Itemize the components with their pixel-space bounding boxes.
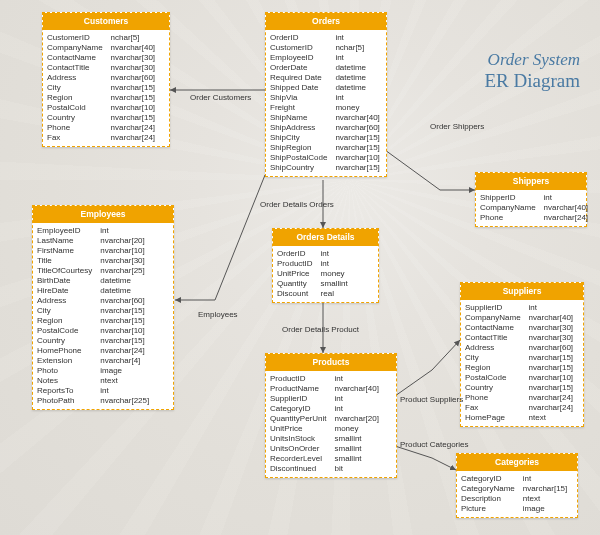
field-type: int bbox=[335, 53, 379, 63]
field-name: UnitPrice bbox=[277, 269, 313, 279]
field-type: nvarchar[24] bbox=[529, 393, 573, 403]
field-type: nvarchar[40] bbox=[335, 113, 379, 123]
field-type: ntext bbox=[529, 413, 573, 423]
entity-suppliers[interactable]: Suppliers SupplierIDCompanyNameContactNa… bbox=[460, 282, 584, 427]
field-type: nvarchar[10] bbox=[335, 153, 379, 163]
field-type: nvarchar[24] bbox=[529, 403, 573, 413]
field-type: nvarchar[40] bbox=[544, 203, 588, 213]
field-type: int bbox=[100, 386, 149, 396]
entity-customers[interactable]: Customers CustomerIDCompanyNameContactNa… bbox=[42, 12, 170, 147]
field-type: nvarchar[30] bbox=[529, 323, 573, 333]
field-type: nvarchar[10] bbox=[529, 373, 573, 383]
field-type: nvarchar[15] bbox=[529, 383, 573, 393]
field-type: nvarchar[15] bbox=[111, 83, 155, 93]
field-name: HomePage bbox=[465, 413, 521, 423]
field-name: CompanyName bbox=[47, 43, 103, 53]
rel-order-details-orders: Order Details Orders bbox=[260, 200, 334, 209]
field-name: CompanyName bbox=[480, 203, 536, 213]
field-name: SupplierID bbox=[465, 303, 521, 313]
field-type: ntext bbox=[100, 376, 149, 386]
field-type: int bbox=[321, 249, 348, 259]
field-name: ContactTitle bbox=[465, 333, 521, 343]
field-name: ShipCity bbox=[270, 133, 327, 143]
field-type: nvarchar[15] bbox=[335, 133, 379, 143]
field-type: smallint bbox=[334, 434, 378, 444]
field-name: ReportsTo bbox=[37, 386, 92, 396]
entity-header: Customers bbox=[43, 13, 169, 30]
entity-header: Orders Details bbox=[273, 229, 378, 246]
field-name: Address bbox=[465, 343, 521, 353]
er-diagram-canvas: Order System ER Diagram Customers Custom… bbox=[0, 0, 600, 535]
entity-header: Employees bbox=[33, 206, 173, 223]
field-name: Photo bbox=[37, 366, 92, 376]
diagram-title: Order System ER Diagram bbox=[484, 50, 580, 91]
entity-body: CustomerIDCompanyNameContactNameContactT… bbox=[43, 30, 169, 146]
field-type: nvarchar[15] bbox=[100, 336, 149, 346]
field-name: CategoryID bbox=[270, 404, 326, 414]
field-type: nvarchar[24] bbox=[111, 133, 155, 143]
field-type: datetime bbox=[100, 286, 149, 296]
field-type: nvarchar[60] bbox=[100, 296, 149, 306]
field-name: PostalCold bbox=[47, 103, 103, 113]
field-name: CustomerID bbox=[270, 43, 327, 53]
field-name: Region bbox=[465, 363, 521, 373]
field-type: nvarchar[15] bbox=[335, 143, 379, 153]
title-line2: ER Diagram bbox=[484, 70, 580, 92]
field-type: nvarchar[40] bbox=[111, 43, 155, 53]
entity-shippers[interactable]: Shippers ShipperIDCompanyNamePhoneintnva… bbox=[475, 172, 587, 227]
entity-header: Suppliers bbox=[461, 283, 583, 300]
entity-categories[interactable]: Categories CategoryIDCategoryNameDescrip… bbox=[456, 453, 578, 518]
field-type: datetime bbox=[335, 83, 379, 93]
field-name: ShipAddress bbox=[270, 123, 327, 133]
field-type: real bbox=[321, 289, 348, 299]
field-name: ProductID bbox=[270, 374, 326, 384]
field-name: LastName bbox=[37, 236, 92, 246]
entity-header: Products bbox=[266, 354, 396, 371]
field-type: nvarchar[15] bbox=[529, 363, 573, 373]
field-type: nvarchar[15] bbox=[523, 484, 567, 494]
entity-header: Shippers bbox=[476, 173, 586, 190]
field-name: City bbox=[47, 83, 103, 93]
field-type: int bbox=[335, 33, 379, 43]
entity-body: EmployeeIDLastNameFirstNameTitleTitleOfC… bbox=[33, 223, 173, 409]
entity-body: CategoryIDCategoryNameDescriptionPicture… bbox=[457, 471, 577, 517]
field-name: Notes bbox=[37, 376, 92, 386]
field-name: EmployeeID bbox=[37, 226, 92, 236]
field-name: OrderID bbox=[270, 33, 327, 43]
field-type: money bbox=[335, 103, 379, 113]
field-type: nchar[5] bbox=[111, 33, 155, 43]
field-name: ShipperID bbox=[480, 193, 536, 203]
title-line1: Order System bbox=[484, 50, 580, 70]
field-name: Required Date bbox=[270, 73, 327, 83]
field-name: Fax bbox=[465, 403, 521, 413]
field-type: nvarchar[20] bbox=[334, 414, 378, 424]
field-name: Quantity bbox=[277, 279, 313, 289]
rel-order-customers: Order Customers bbox=[190, 93, 251, 102]
rel-order-details-product: Order Details Product bbox=[282, 325, 359, 334]
field-name: CategoryName bbox=[461, 484, 515, 494]
field-name: ShipRegion bbox=[270, 143, 327, 153]
field-type: int bbox=[529, 303, 573, 313]
entity-products[interactable]: Products ProductIDProductNameSupplierIDC… bbox=[265, 353, 397, 478]
field-name: ContactName bbox=[47, 53, 103, 63]
field-name: CustomerID bbox=[47, 33, 103, 43]
field-name: ShipPostalCode bbox=[270, 153, 327, 163]
field-type: smallint bbox=[334, 444, 378, 454]
entity-orders[interactable]: Orders OrderIDCustomerIDEmployeeIDOrderD… bbox=[265, 12, 387, 177]
field-name: Country bbox=[37, 336, 92, 346]
entity-header: Orders bbox=[266, 13, 386, 30]
field-name: Region bbox=[47, 93, 103, 103]
field-name: Phone bbox=[480, 213, 536, 223]
entity-orders-details[interactable]: Orders Details OrderIDProductIDUnitPrice… bbox=[272, 228, 379, 303]
field-type: smallint bbox=[334, 454, 378, 464]
field-name: ContactTitle bbox=[47, 63, 103, 73]
field-name: UnitPrice bbox=[270, 424, 326, 434]
field-name: SupplierID bbox=[270, 394, 326, 404]
field-type: datetime bbox=[100, 276, 149, 286]
field-type: nvarchar[60] bbox=[111, 73, 155, 83]
field-name: ShipName bbox=[270, 113, 327, 123]
field-type: nvarchar[15] bbox=[111, 113, 155, 123]
entity-employees[interactable]: Employees EmployeeIDLastNameFirstNameTit… bbox=[32, 205, 174, 410]
field-type: int bbox=[335, 93, 379, 103]
field-name: Shipped Date bbox=[270, 83, 327, 93]
